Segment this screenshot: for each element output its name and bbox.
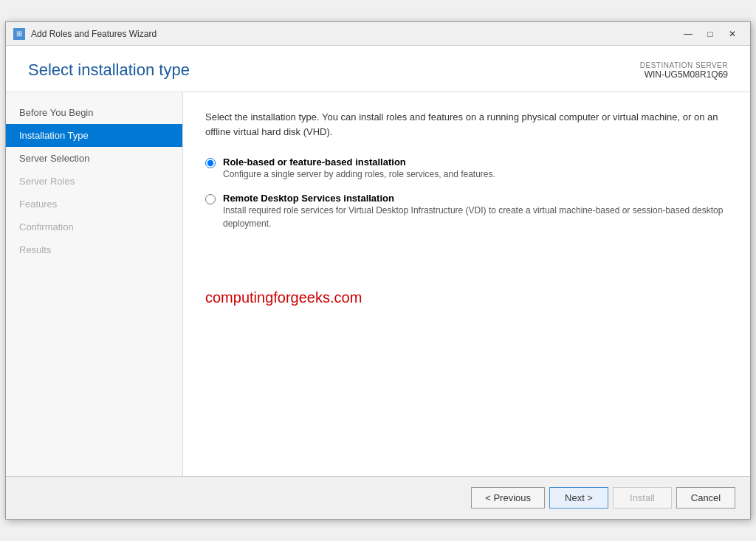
radio-remote-desktop[interactable] [205,194,216,204]
watermark-text: computingforgeeks.com [205,289,728,306]
page-title: Select installation type [28,61,190,80]
sidebar-item-server-selection[interactable]: Server Selection [6,147,182,170]
option-remote-desktop: Remote Desktop Services installation Ins… [205,193,728,230]
option-remote-desktop-desc: Install required role services for Virtu… [223,204,728,230]
sidebar-item-before-you-begin[interactable]: Before You Begin [6,101,182,124]
wizard-body: Before You Begin Installation Type Serve… [6,92,750,476]
sidebar: Before You Begin Installation Type Serve… [6,92,183,476]
wizard-header: Select installation type DESTINATION SER… [6,46,750,92]
maximize-button[interactable]: □ [700,26,721,42]
titlebar-title: Add Roles and Features Wizard [31,29,157,39]
radio-role-based[interactable] [205,158,216,168]
destination-label: DESTINATION SERVER [640,61,728,69]
sidebar-item-server-roles: Server Roles [6,170,182,193]
app-icon: ⊞ [13,28,25,40]
content-area: Select the installation type. You can in… [183,92,750,476]
wizard-footer: < Previous Next > Install Cancel [6,476,750,519]
sidebar-item-installation-type[interactable]: Installation Type [6,124,182,147]
close-button[interactable]: ✕ [722,26,743,42]
option-remote-desktop-content: Remote Desktop Services installation Ins… [223,193,728,230]
installation-options: Role-based or feature-based installation… [205,156,728,230]
destination-server-info: DESTINATION SERVER WIN-UG5M08R1Q69 [640,61,728,80]
titlebar-left: ⊞ Add Roles and Features Wizard [13,28,157,40]
option-role-based-title[interactable]: Role-based or feature-based installation [223,156,406,168]
install-button: Install [613,487,672,509]
wizard-window: ⊞ Add Roles and Features Wizard — □ ✕ Se… [5,21,751,520]
sidebar-item-features: Features [6,193,182,216]
minimize-button[interactable]: — [678,26,698,42]
sidebar-item-confirmation: Confirmation [6,216,182,238]
option-role-based: Role-based or feature-based installation… [205,156,728,181]
titlebar-controls: — □ ✕ [678,26,743,42]
server-name: WIN-UG5M08R1Q69 [640,69,728,80]
sidebar-item-results: Results [6,238,182,261]
option-remote-desktop-title[interactable]: Remote Desktop Services installation [223,193,394,204]
option-role-based-content: Role-based or feature-based installation… [223,156,728,181]
option-role-based-desc: Configure a single server by adding role… [223,168,728,181]
cancel-button[interactable]: Cancel [676,487,735,509]
previous-button[interactable]: < Previous [471,487,545,509]
titlebar: ⊞ Add Roles and Features Wizard — □ ✕ [6,22,750,46]
content-description: Select the installation type. You can in… [205,110,722,139]
next-button[interactable]: Next > [549,487,608,509]
